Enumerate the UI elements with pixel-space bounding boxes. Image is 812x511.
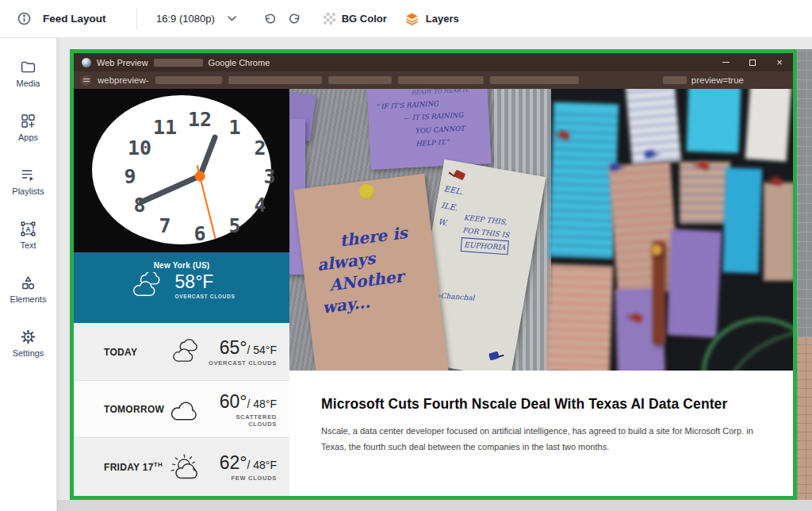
blue-note: [722, 167, 763, 274]
current-condition: OVERCAST CLOUDS: [175, 294, 236, 299]
photo-news-column: READY TO HEAR IT. " IF IT'S RAINING — IT…: [289, 89, 793, 496]
few-clouds-icon: [168, 449, 203, 486]
close-button[interactable]: ×: [771, 56, 788, 70]
info-button[interactable]: [13, 8, 35, 30]
tan-note: [764, 182, 793, 281]
url-prefix: webpreview-: [98, 75, 149, 85]
redacted-url: [228, 76, 322, 84]
top-toolbar: Feed Layout 16:9 (1080p) BG Color: [0, 0, 812, 38]
clock-number: 7: [159, 214, 170, 237]
layers-label: Layers: [426, 13, 459, 25]
current-weather-panel: New York (US) 58°F OVERCAST CLOUDS: [74, 252, 289, 323]
clock-weather-column: 12 1 2 3 4 5 6 7 8 9 10 11: [74, 89, 289, 496]
editor-canvas-area[interactable]: Web Preview Google Chrome × webpreview-: [57, 38, 812, 511]
overcast-clouds-icon: [128, 272, 165, 299]
clock-number: 4: [254, 194, 266, 217]
clock-number: 5: [228, 214, 240, 237]
window-title-browser: Google Chrome: [209, 58, 270, 67]
bg-color-button[interactable]: BG Color: [324, 13, 387, 25]
layers-button[interactable]: Layers: [404, 11, 459, 26]
current-temp: 58°F: [175, 271, 236, 293]
forecast-condition: OVERCAST CLOUDS: [209, 359, 277, 367]
sidebar-item-label: Settings: [13, 348, 44, 358]
undo-button[interactable]: [259, 8, 281, 30]
forecast-high: 60°: [220, 391, 247, 412]
feed-preview-widget[interactable]: Web Preview Google Chrome × webpreview-: [70, 49, 797, 500]
maximize-icon: [749, 60, 756, 66]
redacted-text: [154, 59, 203, 67]
sidebar-item-playlists[interactable]: Playlists: [3, 163, 54, 199]
site-settings-icon: [81, 75, 91, 86]
clock-number: 12: [188, 108, 212, 131]
clock-number: 11: [153, 116, 177, 139]
cyan-note: [687, 89, 741, 153]
sidebar-item-text[interactable]: A Text: [3, 217, 54, 253]
clock-number: 6: [193, 222, 205, 245]
forecast-low: 54°F: [250, 344, 277, 356]
text-box-icon: A: [20, 221, 36, 237]
sidebar-item-elements[interactable]: Elements: [3, 271, 54, 307]
minimize-button[interactable]: [717, 56, 734, 70]
news-headline: Microsoft Cuts Fourth Nscale Deal With T…: [321, 396, 771, 413]
sidebar-item-apps[interactable]: Apps: [3, 110, 54, 145]
sidebar-item-label: Elements: [10, 294, 47, 304]
main-note: there is always ANother way...: [293, 174, 448, 371]
left-sidebar: Media Apps Playlists A Text: [0, 38, 57, 511]
close-icon: ×: [776, 57, 783, 67]
cyan-note: [549, 102, 619, 259]
redo-button[interactable]: [284, 8, 306, 30]
quote-note: READY TO HEAR IT. " IF IT'S RAINING — IT…: [366, 89, 491, 170]
forecast-high: 65°: [220, 337, 247, 358]
forecast-row-today: TODAY 65°/ 54°F OVERCAST CLOUDS: [74, 323, 289, 380]
overcast-clouds-icon: [168, 335, 202, 368]
wallpaper-paper-texture: [797, 337, 812, 511]
hanging-ornament: [653, 241, 665, 344]
aspect-ratio-value: 16:9 (1080p): [156, 13, 215, 25]
chrome-titlebar[interactable]: Web Preview Google Chrome ×: [74, 53, 793, 71]
apps-grid-icon: [20, 113, 36, 129]
clock-number: 9: [124, 165, 136, 188]
clock-number: 10: [128, 136, 151, 159]
playlist-icon: [20, 167, 36, 183]
maximize-button[interactable]: [744, 56, 761, 70]
info-icon: [17, 12, 31, 25]
pinboard-photo: READY TO HEAR IT. " IF IT'S RAINING — IT…: [289, 89, 793, 371]
shapes-icon: [20, 275, 36, 291]
ornament-bead: [651, 244, 662, 256]
undo-icon: [263, 13, 276, 25]
weather-location: New York (US): [154, 261, 210, 270]
aspect-ratio-select[interactable]: 16:9 (1080p): [137, 13, 252, 25]
forecast-low: 48°F: [250, 459, 277, 471]
redo-icon: [289, 13, 301, 25]
layers-icon: [404, 11, 419, 26]
tan-note: [680, 162, 730, 224]
sidebar-item-settings[interactable]: Settings: [3, 325, 54, 361]
analog-clock-widget: 12 1 2 3 4 5 6 7 8 9 10 11: [74, 89, 289, 252]
sidebar-item-label: Apps: [18, 133, 38, 142]
forecast-condition: SCATTERED CLOUDS: [209, 413, 277, 428]
widget-content: 12 1 2 3 4 5 6 7 8 9 10 11: [74, 89, 793, 496]
news-panel: Microsoft Cuts Fourth Nscale Deal With T…: [289, 371, 793, 496]
clock-number: 3: [263, 165, 275, 188]
chrome-urlbar[interactable]: webpreview- preview=true: [74, 71, 793, 89]
transparency-checker-icon: [324, 13, 335, 25]
app: Feed Layout 16:9 (1080p) BG Color: [0, 0, 812, 511]
wallpaper-fabric-texture: [797, 49, 812, 337]
sidebar-item-label: Playlists: [12, 186, 44, 196]
url-param: preview=true: [691, 75, 744, 85]
minimize-icon: [722, 62, 730, 63]
forecast-high: 62°: [220, 452, 247, 473]
tan-note: [546, 264, 614, 371]
white-note: [745, 89, 792, 162]
clock-center-dot: [195, 171, 205, 182]
forecast-day: FRIDAY 17TH: [104, 461, 168, 473]
yellow-round-pin: [359, 184, 374, 199]
svg-text:A: A: [26, 225, 31, 233]
bg-color-label: BG Color: [342, 13, 387, 25]
sidebar-item-label: Text: [20, 240, 36, 250]
canvas-lower-strip: [57, 500, 812, 511]
redacted-url: [328, 76, 392, 84]
folder-icon: [20, 59, 36, 75]
sidebar-item-media[interactable]: Media: [3, 56, 54, 91]
clock-face: 12 1 2 3 4 5 6 7 8 9 10 11: [92, 95, 271, 244]
